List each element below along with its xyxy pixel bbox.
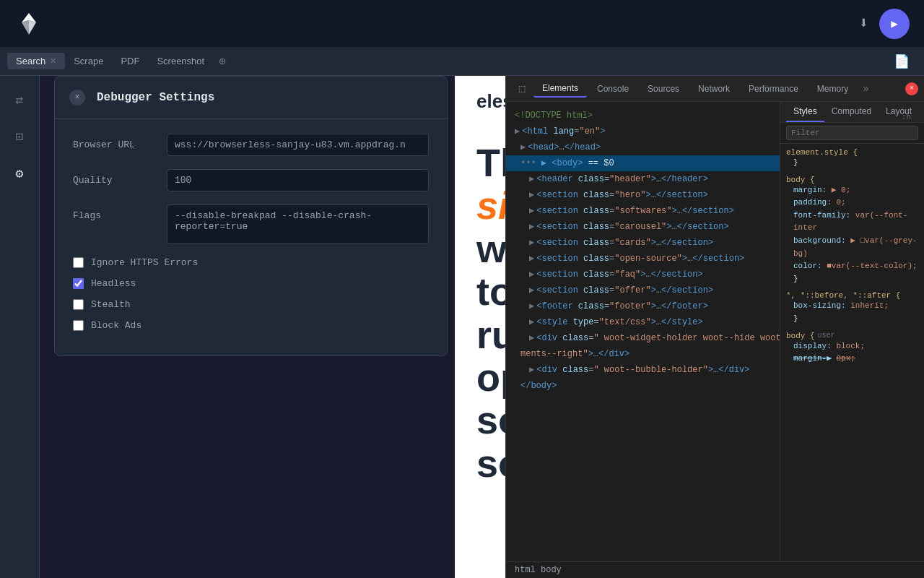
hero-text: The simplest way to run open-source soft…: [476, 142, 484, 485]
dom-section-softwares[interactable]: ▶<section class="softwares">…</section>: [506, 203, 780, 219]
add-tab-icon[interactable]: ⊕: [219, 54, 226, 69]
css-body-close: }: [786, 273, 918, 286]
css-margin-top: margin-▶ 8px;: [786, 353, 918, 366]
tab-search[interactable]: Search ✕: [7, 53, 65, 69]
sidebar: ⇄ ⊡ ⚙: [0, 76, 40, 578]
devtools-tabs: ⬚ Elements Console Sources Network Perfo…: [506, 76, 924, 102]
dom-section-open-source[interactable]: ▶<section class="open-source">…</section…: [506, 251, 780, 267]
devtools-tab-performance[interactable]: Performance: [740, 81, 807, 97]
dom-breadcrumb: html body: [506, 561, 924, 578]
top-bar: ⬇ ▶: [0, 0, 924, 47]
css-background: background: ▶ □var(--grey-bg): [786, 235, 918, 260]
devtools-body: <!DOCTYPE html> ▶<html lang="en"> ▶<head…: [506, 102, 924, 561]
devtools-more-tabs-icon[interactable]: »: [858, 80, 873, 98]
elestio-logo: elestio: [476, 90, 484, 113]
tab-close-search[interactable]: ✕: [50, 56, 56, 66]
flags-label: Flags: [73, 204, 167, 221]
user-agent-badge: user: [818, 332, 835, 340]
styles-panel: Styles Computed Layout Eve... :h element…: [780, 102, 924, 561]
css-body-user-selector-row: body { user: [786, 332, 918, 340]
styles-filter-input[interactable]: [786, 126, 918, 140]
dom-html[interactable]: ▶<html lang="en">: [506, 124, 780, 139]
download-icon[interactable]: ⬇: [859, 14, 868, 33]
dom-doctype: <!DOCTYPE html>: [506, 108, 780, 124]
dom-header[interactable]: ▶<header class="header">…</header>: [506, 171, 780, 187]
dom-section-faq[interactable]: ▶<section class="faq">…</section>: [506, 267, 780, 282]
headless-label: Headless: [91, 278, 136, 289]
css-color: color: ■var(--text-color);: [786, 260, 918, 273]
dom-woot-holder[interactable]: ▶<div class=" woot-widget-holder woot--h…: [506, 330, 780, 346]
headless-row: Headless: [73, 278, 429, 289]
sidebar-arrows-icon[interactable]: ⇄: [6, 87, 32, 113]
styles-tab-styles[interactable]: Styles: [786, 102, 824, 122]
tab-pdf[interactable]: PDF: [112, 53, 148, 69]
css-before-after-close: }: [786, 313, 918, 326]
right-panel: elestio The simplest way to run open-sou…: [455, 76, 924, 578]
block-ads-label: Block Ads: [91, 320, 141, 331]
flags-textarea[interactable]: --disable-breakpad --disable-crash-repor…: [167, 204, 429, 244]
quality-label: Quality: [73, 169, 167, 186]
browser-url-input[interactable]: [167, 134, 429, 156]
sidebar-settings-icon[interactable]: ⚙: [6, 160, 32, 186]
browser-url-row: Browser URL: [73, 134, 429, 156]
devtools-tab-network[interactable]: Network: [689, 81, 738, 97]
dom-section-offer[interactable]: ▶<section class="offer">…</section>: [506, 282, 780, 298]
headless-checkbox[interactable]: [73, 278, 84, 289]
block-ads-checkbox[interactable]: [73, 320, 84, 331]
css-box-sizing: box-sizing: inherit;: [786, 300, 918, 313]
dom-section-cards[interactable]: ▶<section class="cards">…</section>: [506, 235, 780, 251]
app-logo: [14, 9, 43, 38]
styles-tab-event[interactable]: Eve...: [919, 102, 924, 122]
devtools-tab-sources[interactable]: Sources: [639, 81, 688, 97]
devtools-cursor-icon[interactable]: ⬚: [512, 79, 532, 99]
hero-simplest: simplest: [476, 184, 505, 227]
top-bar-actions: ⬇ ▶: [859, 9, 910, 39]
modal-header: × Debugger Settings: [55, 77, 447, 119]
css-font-family: font-family: var(--font-inter: [786, 210, 918, 235]
browser-and-devtools: elestio The simplest way to run open-sou…: [455, 76, 924, 578]
styles-filter-row: :h: [780, 123, 924, 144]
stealth-checkbox[interactable]: [73, 299, 84, 310]
dom-bubble-holder[interactable]: ▶<div class=" woot--bubble-holder">…</di…: [506, 362, 780, 378]
dom-footer[interactable]: ▶<footer class="footer">…</footer>: [506, 298, 780, 314]
dom-section-hero[interactable]: ▶<section class="hero">…</section>: [506, 187, 780, 203]
devtools-close-button[interactable]: ×: [905, 82, 918, 95]
website-header: elestio: [455, 76, 505, 142]
block-ads-row: Block Ads: [73, 320, 429, 331]
css-display-block: display: block;: [786, 340, 918, 353]
play-button[interactable]: ▶: [879, 9, 910, 39]
ignore-https-checkbox[interactable]: [73, 257, 84, 268]
devtools-tab-memory[interactable]: Memory: [808, 81, 857, 97]
modal-body: Browser URL Quality Flags --disable-brea…: [55, 119, 447, 355]
modal-title: Debugger Settings: [97, 91, 214, 104]
styles-body: element.style { } body { margin: ▶ 0; pa…: [780, 144, 924, 561]
dom-body[interactable]: ••• ▶ <body> == $0: [506, 155, 780, 171]
styles-tab-layout[interactable]: Layout: [879, 102, 919, 122]
sidebar-monitor-icon[interactable]: ⊡: [6, 124, 32, 150]
styles-tab-computed[interactable]: Computed: [824, 102, 879, 122]
quality-row: Quality: [73, 169, 429, 191]
flags-row: Flags --disable-breakpad --disable-crash…: [73, 204, 429, 244]
css-selector: element.style {: [786, 148, 918, 157]
modal-close-button[interactable]: ×: [69, 90, 85, 105]
devtools-tab-elements[interactable]: Elements: [533, 80, 587, 98]
quality-input[interactable]: [167, 169, 429, 191]
stealth-label: Stealth: [91, 299, 131, 310]
css-before-after-selector: *, *::before, *::after {: [786, 291, 918, 300]
dom-tree[interactable]: <!DOCTYPE html> ▶<html lang="en"> ▶<head…: [506, 102, 780, 561]
tab-screenshot[interactable]: Screenshot: [148, 53, 213, 69]
browser-url-label: Browser URL: [73, 134, 167, 150]
devtools-tab-console[interactable]: Console: [588, 81, 637, 97]
debugger-settings-modal: × Debugger Settings Browser URL Quality …: [54, 76, 448, 356]
ignore-https-label: Ignore HTTPS Errors: [91, 257, 198, 268]
css-rule-element-style: element.style { }: [786, 148, 918, 170]
dom-style[interactable]: ▶<style type="text/css">…</style>: [506, 314, 780, 330]
new-file-icon[interactable]: 📄: [894, 53, 910, 69]
tab-bar: Search ✕ Scrape PDF Screenshot ⊕ 📄: [0, 47, 924, 76]
css-margin: margin: ▶ 0;: [786, 184, 918, 197]
dom-head[interactable]: ▶<head>…</head>: [506, 139, 780, 155]
tab-scrape[interactable]: Scrape: [65, 53, 112, 69]
css-rule-body: body { margin: ▶ 0; padding: 0; font-fam…: [786, 176, 918, 286]
css-padding: padding: 0;: [786, 197, 918, 210]
dom-section-carousel[interactable]: ▶<section class="carousel">…</section>: [506, 219, 780, 235]
